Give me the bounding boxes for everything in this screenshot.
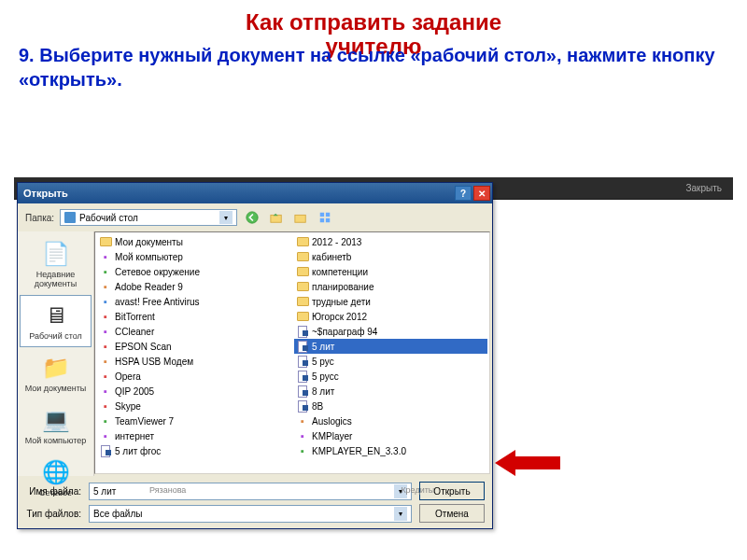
file-list-pane: Мои документы▪Мой компьютер▪Сетевое окру… bbox=[94, 231, 490, 474]
app-icon: ▪ bbox=[99, 385, 112, 398]
place-network[interactable]: 🌐Сетевое bbox=[20, 452, 92, 504]
open-file-dialog: Открыть ? ✕ Папка: Рабочий стол ▾ 📄Недав… bbox=[17, 182, 493, 529]
svg-rect-4 bbox=[326, 213, 330, 217]
folder-icon bbox=[99, 235, 112, 248]
word-doc-icon bbox=[296, 399, 309, 413]
file-item[interactable]: ▪Skype bbox=[97, 399, 290, 413]
file-name: Сетевое окружение bbox=[115, 267, 200, 277]
new-folder-icon[interactable] bbox=[291, 209, 310, 226]
file-item[interactable]: ▪Мой компьютер bbox=[97, 249, 290, 264]
file-item[interactable]: 5 русс bbox=[294, 369, 487, 384]
file-name: CCleaner bbox=[115, 327, 154, 337]
file-item[interactable]: 5 лит bbox=[294, 339, 487, 354]
file-item[interactable]: ▪KMPlayer bbox=[294, 428, 487, 443]
file-item[interactable]: 5 рус bbox=[294, 354, 487, 369]
folder-dropdown[interactable]: Рабочий стол ▾ bbox=[60, 209, 237, 226]
app-icon: ▪ bbox=[99, 399, 112, 413]
folder-icon bbox=[296, 295, 309, 308]
file-item[interactable]: Югорск 2012 bbox=[294, 309, 487, 324]
file-name: avast! Free Antivirus bbox=[115, 297, 200, 307]
file-name: 5 русс bbox=[312, 371, 339, 382]
place-recent[interactable]: 📄Недавние документы bbox=[20, 233, 92, 295]
folder-icon bbox=[296, 235, 309, 248]
app-icon: ▪ bbox=[296, 429, 309, 442]
file-name: 8В bbox=[312, 401, 323, 412]
file-item[interactable]: трудные дети bbox=[294, 294, 487, 309]
place-label: Мои документы bbox=[22, 384, 89, 393]
file-item[interactable]: ▪QIP 2005 bbox=[97, 384, 290, 399]
file-name: кабинетb bbox=[312, 252, 351, 262]
file-item[interactable]: ~$параграф 94 bbox=[294, 324, 487, 339]
file-item[interactable]: ▪CCleaner bbox=[97, 324, 290, 339]
file-name: KMPlayer bbox=[312, 431, 352, 441]
help-button[interactable]: ? bbox=[455, 186, 472, 201]
svg-rect-6 bbox=[326, 218, 330, 222]
place-mydocs[interactable]: 📁Мои документы bbox=[20, 347, 92, 399]
app-icon: ▪ bbox=[99, 250, 112, 263]
folder-value: Рабочий стол bbox=[79, 213, 138, 223]
svg-rect-5 bbox=[320, 218, 324, 222]
file-item[interactable]: компетенции bbox=[294, 264, 487, 279]
folder-icon bbox=[296, 250, 309, 263]
file-name: Auslogics bbox=[312, 416, 352, 427]
cancel-button[interactable]: Отмена bbox=[419, 504, 485, 523]
file-item[interactable]: ▪Сетевое окружение bbox=[97, 264, 290, 279]
file-item[interactable]: ▪TeamViewer 7 bbox=[97, 413, 290, 428]
file-name: Skype bbox=[115, 401, 141, 412]
file-item[interactable]: Мои документы bbox=[97, 234, 290, 249]
file-name: 2012 - 2013 bbox=[312, 237, 361, 247]
app-icon: ▪ bbox=[99, 370, 112, 383]
close-button[interactable]: ✕ bbox=[473, 186, 490, 201]
file-name: интернет bbox=[115, 431, 154, 441]
mydocs-icon: 📁 bbox=[41, 354, 71, 382]
file-name: ~$параграф 94 bbox=[312, 327, 377, 337]
views-icon[interactable] bbox=[316, 209, 334, 226]
app-icon: ▪ bbox=[99, 265, 112, 278]
label-b: Кредиты bbox=[401, 485, 434, 495]
file-item[interactable]: планирование bbox=[294, 279, 487, 294]
chevron-down-icon: ▾ bbox=[219, 211, 233, 224]
file-name: Мой компьютер bbox=[115, 252, 183, 262]
file-name: 8 лит bbox=[312, 386, 334, 397]
file-item[interactable]: 8В bbox=[294, 399, 487, 413]
dialog-toolbar: Папка: Рабочий стол ▾ bbox=[18, 203, 492, 231]
file-name: Югорск 2012 bbox=[312, 312, 367, 322]
file-item[interactable]: ▪EPSON Scan bbox=[97, 339, 290, 354]
app-icon: ▪ bbox=[99, 325, 112, 338]
place-label: Рабочий стол bbox=[22, 331, 89, 341]
app-icon: ▪ bbox=[296, 444, 309, 457]
app-icon: ▪ bbox=[99, 280, 112, 293]
file-item[interactable]: ▪интернет bbox=[97, 428, 290, 443]
file-item[interactable]: кабинетb bbox=[294, 249, 487, 264]
file-item[interactable]: ▪Auslogics bbox=[294, 413, 487, 428]
filetype-dropdown[interactable]: Все файлы▾ bbox=[89, 505, 412, 523]
up-folder-icon[interactable] bbox=[267, 209, 286, 226]
word-doc-icon bbox=[296, 370, 309, 383]
place-desktop[interactable]: 🖥Рабочий стол bbox=[20, 295, 92, 347]
chevron-down-icon: ▾ bbox=[394, 507, 407, 521]
places-bar: 📄Недавние документы 🖥Рабочий стол 📁Мои д… bbox=[18, 231, 94, 476]
file-item[interactable]: ▪Adobe Reader 9 bbox=[97, 279, 290, 294]
app-icon: ▪ bbox=[99, 414, 112, 427]
file-name: KMPLAYER_EN_3.3.0 bbox=[312, 446, 406, 456]
back-icon[interactable] bbox=[243, 209, 261, 226]
place-mycomputer[interactable]: 💻Мой компьютер bbox=[20, 399, 92, 452]
file-item[interactable]: 8 лит bbox=[294, 384, 487, 399]
word-doc-icon bbox=[296, 325, 309, 338]
file-name: QIP 2005 bbox=[115, 386, 154, 397]
file-item[interactable]: ▪Opera bbox=[97, 369, 290, 384]
webpage-close-link[interactable]: Закрыть bbox=[685, 183, 722, 193]
file-item[interactable]: ▪HSPA USB Модем bbox=[97, 354, 290, 369]
file-item[interactable]: ▪BitTorrent bbox=[97, 309, 290, 324]
file-name: TeamViewer 7 bbox=[115, 416, 174, 427]
file-item[interactable]: ▪avast! Free Antivirus bbox=[97, 294, 290, 309]
instruction-text: 9. Выберите нужный документ на ссылке «р… bbox=[0, 43, 747, 91]
word-doc-icon bbox=[296, 385, 309, 398]
filetype-label: Тип файлов: bbox=[25, 509, 81, 519]
title-line1: Как отправить задание bbox=[246, 9, 501, 35]
file-item[interactable]: 5 лит фгос bbox=[97, 443, 290, 458]
desktop-icon bbox=[64, 212, 76, 223]
file-item[interactable]: 2012 - 2013 bbox=[294, 234, 487, 249]
file-item[interactable]: ▪KMPLAYER_EN_3.3.0 bbox=[294, 443, 487, 458]
word-doc-icon bbox=[296, 355, 309, 368]
